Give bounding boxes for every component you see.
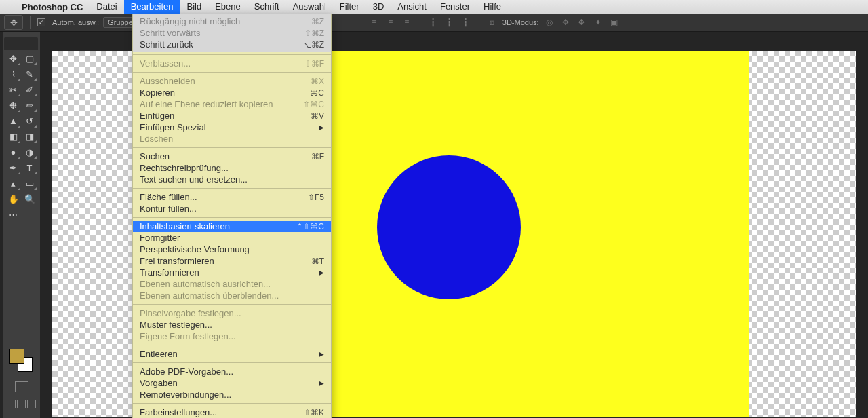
color-swatches[interactable]	[9, 349, 33, 372]
quick-mask-button[interactable]	[15, 381, 28, 392]
foreground-swatch[interactable]	[9, 349, 24, 364]
dodge-tool[interactable]: ◑	[22, 145, 37, 159]
menu-item-eigene-form-festlegen: Eigene Form festlegen...	[133, 330, 331, 342]
menu-item-auf-eine-ebene-reduziert-kopieren: Auf eine Ebene reduziert kopieren⇧⌘C	[133, 98, 331, 110]
pan-icon[interactable]: ✥	[559, 16, 572, 28]
marquee-tool[interactable]: ▢	[22, 51, 37, 66]
menu-item-formgitter[interactable]: Formgitter	[133, 232, 331, 244]
macos-menubar: Photoshop CC Datei Bearbeiten Bild Ebene…	[0, 0, 868, 14]
light-icon[interactable]: ✦	[592, 16, 604, 28]
menu-item-vorgaben[interactable]: Vorgaben▶	[133, 377, 331, 389]
history-brush-tool[interactable]: ↺	[22, 113, 37, 128]
more-icon[interactable]: ⋯	[5, 207, 21, 222]
menu-item-schritt-vorw-rts: Schritt vorwärts⇧⌘Z	[133, 27, 331, 39]
menu-item-perspektivische-verformung[interactable]: Perspektivische Verformung	[133, 244, 331, 255]
menu-item-pinselvorgabe-festlegen: Pinselvorgabe festlegen...	[133, 307, 331, 319]
menu-item-r-ckg-ngig-nicht-m-glich: Rückgängig nicht möglich⌘Z	[133, 16, 331, 27]
menu-item-inhaltsbasiert-skalieren[interactable]: Inhaltsbasiert skalieren⌃⇧⌘C	[133, 221, 331, 232]
menu-item-einf-gen-spezial[interactable]: Einfügen Spezial▶	[133, 121, 331, 133]
auto-select-checkbox[interactable]: ✓	[37, 18, 45, 26]
menu-auswahl[interactable]: Auswahl	[286, 0, 333, 14]
menu-filter[interactable]: Filter	[333, 0, 366, 14]
work-area: ✥ ▢ ⌇ ✎ ✂ ✐ ❉ ✏ ▲ ↺ ◧ ◨ ● ◑ ✒ T ▴ ▭ ✋ 🔍 …	[0, 32, 868, 418]
path-select-tool[interactable]: ▴	[5, 176, 21, 191]
menu-schrift[interactable]: Schrift	[248, 0, 286, 14]
align-icon-3[interactable]: ≡	[401, 16, 413, 28]
menu-hilfe[interactable]: Hilfe	[477, 0, 508, 14]
align-icon-2[interactable]: ≡	[384, 16, 397, 28]
move-tool-icon[interactable]: ✥	[4, 15, 23, 30]
shape-tool[interactable]: ▭	[22, 176, 37, 191]
menu-item-suchen[interactable]: Suchen⌘F	[133, 151, 331, 162]
menu-bearbeiten[interactable]: Bearbeiten	[124, 0, 180, 14]
3d-mode-label: 3D-Modus:	[502, 18, 539, 26]
stamp-tool[interactable]: ▲	[5, 113, 21, 128]
menu-item-ebenen-automatisch-berblenden: Ebenen automatisch überblenden...	[133, 290, 331, 301]
menu-ebene[interactable]: Ebene	[208, 0, 248, 14]
menu-item-ausschneiden: Ausschneiden⌘X	[133, 75, 331, 87]
move-tool[interactable]: ✥	[5, 51, 21, 66]
menu-item-l-schen: Löschen	[133, 133, 331, 145]
distribute-icon-2[interactable]: ┇	[443, 16, 456, 28]
pen-tool[interactable]: ✒	[5, 160, 21, 175]
auto-select-label: Autom. ausw.:	[52, 18, 99, 26]
gradient-tool[interactable]: ◨	[22, 129, 37, 144]
app-name: Photoshop CC	[15, 2, 90, 12]
blur-tool[interactable]: ●	[5, 145, 21, 159]
lasso-tool[interactable]: ⌇	[5, 66, 21, 81]
menu-bild[interactable]: Bild	[180, 0, 209, 14]
brush-tool[interactable]: ✏	[22, 98, 37, 113]
menu-datei[interactable]: Datei	[90, 0, 123, 14]
menu-item-muster-festlegen[interactable]: Muster festlegen...	[133, 319, 331, 330]
menu-item-rechtschreibpr-fung[interactable]: Rechtschreibprüfung...	[133, 162, 331, 174]
distribute-icon-3[interactable]: ┇	[460, 16, 472, 28]
menu-item-kontur-f-llen[interactable]: Kontur füllen...	[133, 203, 331, 214]
options-bar: ✥ ✓ Autom. ausw.: Gruppe ≡ ≡ ≡ ┇ ┇ ┇ ⧈ 3…	[0, 14, 868, 32]
menu-item-ebenen-automatisch-ausrichten: Ebenen automatisch ausrichten...	[133, 278, 331, 290]
menu-item-kopieren[interactable]: Kopieren⌘C	[133, 87, 331, 98]
hand-tool[interactable]: ✋	[5, 191, 21, 206]
eraser-tool[interactable]: ◧	[5, 129, 21, 144]
menu-item-adobe-pdf-vorgaben[interactable]: Adobe PDF-Vorgaben...	[133, 366, 331, 377]
menu-3d[interactable]: 3D	[366, 0, 391, 14]
align-icon[interactable]: ≡	[368, 16, 380, 28]
menu-item-remoteverbindungen[interactable]: Remoteverbindungen...	[133, 389, 331, 400]
menu-item-fl-che-f-llen[interactable]: Fläche füllen...⇧F5	[133, 191, 331, 203]
menu-fenster[interactable]: Fenster	[433, 0, 477, 14]
menu-item-einf-gen[interactable]: Einfügen⌘V	[133, 110, 331, 121]
tools-tab[interactable]	[4, 37, 38, 50]
document-layer-blue-circle[interactable]	[377, 155, 521, 299]
orbit-icon[interactable]: ◎	[543, 16, 555, 28]
menu-item-farbeinstellungen[interactable]: Farbeinstellungen...⇧⌘K	[133, 406, 331, 418]
crop-tool[interactable]: ✂	[5, 82, 21, 97]
menu-item-text-suchen-und-ersetzen[interactable]: Text suchen und ersetzen...	[133, 174, 331, 185]
camera-icon[interactable]: ▣	[608, 16, 620, 28]
type-tool[interactable]: T	[22, 160, 37, 175]
dolly-icon[interactable]: ❖	[576, 16, 588, 28]
menu-item-schritt-zur-ck[interactable]: Schritt zurück⌥⌘Z	[133, 39, 331, 50]
eyedropper-tool[interactable]: ✐	[22, 82, 37, 97]
menu-item-entleeren[interactable]: Entleeren▶	[133, 348, 331, 360]
edit-dropdown-menu: Rückgängig nicht möglich⌘ZSchritt vorwär…	[132, 14, 332, 418]
quick-select-tool[interactable]: ✎	[22, 66, 37, 81]
menu-item-frei-transformieren[interactable]: Frei transformieren⌘T	[133, 255, 331, 267]
menu-item-verblassen: Verblassen...⇧⌘F	[133, 58, 331, 69]
3d-icon[interactable]: ⧈	[486, 16, 498, 28]
distribute-icon[interactable]: ┇	[427, 16, 439, 28]
screen-mode-buttons[interactable]	[7, 400, 36, 408]
menu-item-transformieren[interactable]: Transformieren▶	[133, 267, 331, 278]
tools-panel: ✥ ▢ ⌇ ✎ ✂ ✐ ❉ ✏ ▲ ↺ ◧ ◨ ● ◑ ✒ T ▴ ▭ ✋ 🔍 …	[3, 32, 40, 418]
menu-ansicht[interactable]: Ansicht	[391, 0, 433, 14]
healing-tool[interactable]: ❉	[5, 98, 21, 113]
zoom-tool[interactable]: 🔍	[22, 191, 37, 206]
